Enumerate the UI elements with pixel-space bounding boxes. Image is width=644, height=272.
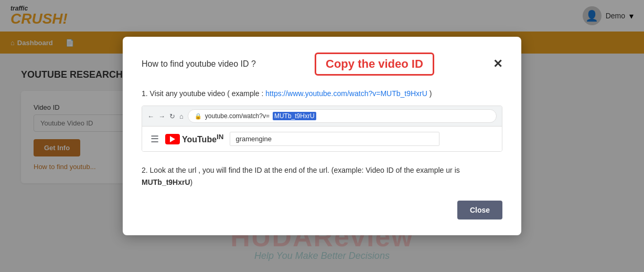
- modal: How to find youtube video ID ? Copy the …: [123, 37, 521, 235]
- modal-title-highlight: Copy the video ID: [315, 53, 434, 76]
- step1-suffix: ): [430, 89, 432, 98]
- reload-icon[interactable]: ↻: [169, 113, 175, 120]
- step1-url[interactable]: https://www.youtube.com/watch?v=MUTb_t9H…: [265, 89, 427, 98]
- modal-header: How to find youtube video ID ? Copy the …: [142, 53, 502, 76]
- url-normal: youtube.com/watch?v=: [205, 112, 270, 120]
- back-icon[interactable]: ←: [147, 113, 154, 120]
- browser-content: ☰ YouTubeIN: [142, 127, 502, 151]
- step2-end: ): [190, 178, 193, 186]
- modal-overlay: How to find youtube video ID ? Copy the …: [0, 0, 644, 272]
- browser-mockup: ← → ↻ ⌂ 🔒 youtube.com/watch?v=MUTb_t9Hxr…: [142, 106, 502, 152]
- youtube-logo: YouTubeIN: [165, 133, 223, 144]
- youtube-text: YouTubeIN: [182, 133, 223, 144]
- modal-step1: 1. Visit any youtube video ( example : h…: [142, 88, 502, 99]
- close-icon[interactable]: ✕: [493, 58, 502, 70]
- youtube-play-icon: [170, 136, 175, 142]
- hamburger-icon[interactable]: ☰: [151, 133, 159, 145]
- step1-prefix: 1. Visit any youtube video ( example :: [142, 89, 265, 98]
- close-button[interactable]: Close: [457, 201, 502, 219]
- youtube-sup: IN: [217, 133, 223, 141]
- browser-toolbar: ← → ↻ ⌂ 🔒 youtube.com/watch?v=MUTb_t9Hxr…: [142, 106, 502, 127]
- browser-url-bar[interactable]: 🔒 youtube.com/watch?v=MUTb_t9HxrU: [188, 109, 497, 123]
- youtube-search-input[interactable]: [230, 132, 439, 146]
- step2-bold: MUTb_t9HxrU: [142, 178, 190, 186]
- youtube-icon: [165, 134, 180, 144]
- modal-step2: 2. Look at the url , you will find the I…: [142, 164, 502, 188]
- step2-text: 2. Look at the url , you will find the I…: [142, 166, 460, 174]
- home-icon[interactable]: ⌂: [179, 113, 184, 120]
- forward-icon[interactable]: →: [158, 113, 165, 120]
- modal-footer: Close: [142, 201, 502, 219]
- youtube-label: YouTube: [182, 135, 217, 144]
- lock-icon: 🔒: [195, 113, 202, 120]
- modal-title-left: How to find youtube video ID ?: [142, 59, 256, 69]
- url-highlight: MUTb_t9HxrU: [273, 112, 316, 120]
